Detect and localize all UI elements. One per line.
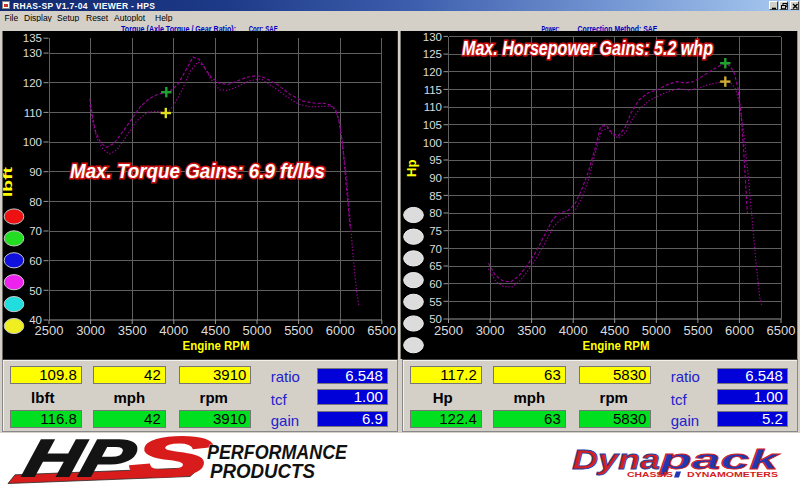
svg-text:6000: 6000 (326, 323, 355, 338)
svg-text:70: 70 (29, 225, 42, 237)
svg-text:PRODUCTS: PRODUCTS (210, 460, 316, 482)
svg-text:95: 95 (429, 154, 442, 166)
svg-text:5500: 5500 (683, 323, 712, 338)
svg-text:130: 130 (423, 31, 442, 43)
svg-text:3000: 3000 (76, 323, 105, 338)
svg-text:110: 110 (24, 107, 42, 119)
svg-text:6500: 6500 (767, 323, 796, 338)
svg-text:75: 75 (429, 225, 442, 237)
svg-text:5000: 5000 (243, 323, 272, 338)
svg-text:Max. Horsepower Gains: 5.2 wh: Max. Horsepower Gains: 5.2 whp (462, 37, 713, 59)
svg-text:130: 130 (23, 47, 42, 59)
svg-text:85: 85 (429, 190, 442, 202)
svg-text:120: 120 (23, 77, 42, 89)
svg-text:lbft: lbft (0, 166, 15, 197)
svg-text:5500: 5500 (284, 323, 313, 338)
svg-text:4500: 4500 (201, 323, 230, 338)
svg-text:80: 80 (429, 207, 442, 219)
svg-text:3500: 3500 (118, 323, 147, 338)
svg-text:105: 105 (423, 119, 442, 131)
svg-text:100: 100 (23, 136, 42, 148)
svg-text:5000: 5000 (642, 323, 671, 338)
svg-text:90: 90 (429, 172, 442, 184)
svg-text:60: 60 (29, 255, 42, 267)
svg-text:3500: 3500 (517, 323, 546, 338)
svg-text:6500: 6500 (367, 323, 396, 338)
svg-text:50: 50 (29, 285, 42, 297)
svg-text:80: 80 (29, 196, 42, 208)
svg-text:4500: 4500 (600, 323, 629, 338)
svg-text:2500: 2500 (35, 323, 64, 338)
svg-text:60: 60 (429, 278, 442, 290)
svg-text:S: S (124, 433, 218, 485)
svg-text:3000: 3000 (476, 323, 505, 338)
svg-text:Max. Torque Gains: 6.9 ft/lbs: Max. Torque Gains: 6.9 ft/lbs (70, 160, 325, 182)
svg-text:125: 125 (423, 48, 442, 60)
svg-text:DYNAMOMETERS: DYNAMOMETERS (687, 471, 778, 478)
svg-text:CHASSIS: CHASSIS (627, 471, 673, 478)
svg-text:65: 65 (429, 260, 442, 272)
svg-text:120: 120 (423, 66, 442, 78)
svg-text:90: 90 (29, 166, 42, 178)
svg-text:4000: 4000 (559, 323, 588, 338)
svg-text:70: 70 (429, 243, 442, 255)
svg-text:100: 100 (423, 137, 442, 149)
svg-text:2500: 2500 (434, 323, 463, 338)
svg-text:Engine RPM: Engine RPM (183, 339, 250, 353)
svg-text:6000: 6000 (725, 323, 754, 338)
svg-text:HP: HP (19, 433, 143, 485)
svg-text:Hp: Hp (404, 160, 419, 177)
svg-text:55: 55 (429, 296, 442, 308)
svg-text:4000: 4000 (159, 323, 188, 338)
svg-text:135: 135 (23, 32, 42, 44)
svg-text:Engine RPM: Engine RPM (583, 339, 650, 353)
svg-text:110: 110 (424, 101, 442, 113)
svg-text:115: 115 (424, 84, 442, 96)
